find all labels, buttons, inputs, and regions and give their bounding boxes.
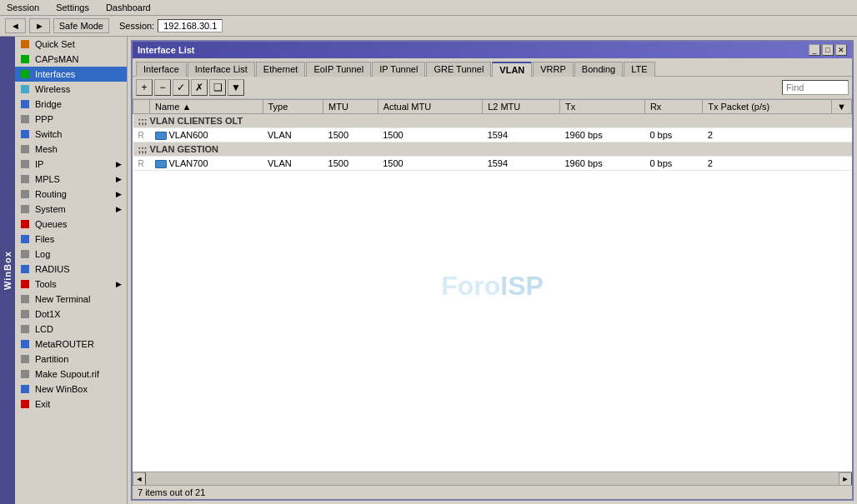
watermark: ForoISP bbox=[441, 270, 544, 301]
routing-icon bbox=[20, 188, 32, 200]
sidebar-item-mpls[interactable]: MPLS ▶ bbox=[15, 172, 127, 187]
col-rx[interactable]: Rx bbox=[644, 100, 702, 114]
sidebar-item-label: System bbox=[35, 204, 66, 214]
sidebar-item-exit[interactable]: Exit bbox=[15, 397, 127, 412]
sidebar-item-ip[interactable]: IP ▶ bbox=[15, 157, 127, 172]
remove-button[interactable]: − bbox=[154, 79, 171, 96]
tab-lte[interactable]: LTE bbox=[624, 62, 654, 77]
tab-eoip-tunnel[interactable]: EoIP Tunnel bbox=[306, 62, 371, 77]
col-extra[interactable]: ▼ bbox=[832, 100, 852, 114]
sidebar-item-switch[interactable]: Switch bbox=[15, 127, 127, 142]
sidebar-item-mesh[interactable]: Mesh bbox=[15, 142, 127, 157]
tab-vrrp[interactable]: VRRP bbox=[533, 62, 574, 77]
vlan-icon bbox=[155, 160, 167, 168]
status-text: 7 items out of 21 bbox=[138, 487, 205, 497]
table-row[interactable]: R VLAN700 VLAN 1500 1500 1594 1960 bps 0… bbox=[133, 157, 852, 171]
sidebar-item-radius[interactable]: RADIUS bbox=[15, 262, 127, 277]
enable-button[interactable]: ✓ bbox=[173, 79, 189, 96]
restore-button[interactable]: □ bbox=[822, 44, 834, 56]
find-input[interactable] bbox=[782, 80, 849, 95]
row-type: VLAN bbox=[263, 157, 323, 171]
sidebar-item-system[interactable]: System ▶ bbox=[15, 202, 127, 217]
col-flag[interactable] bbox=[133, 100, 150, 114]
sidebar-item-label: Wireless bbox=[35, 84, 70, 94]
sidebar-item-label: MetaROUTER bbox=[35, 339, 94, 349]
window-controls: _ □ ✕ bbox=[809, 44, 847, 56]
menu-settings[interactable]: Settings bbox=[53, 2, 93, 13]
row-actual-mtu: 1500 bbox=[378, 128, 482, 142]
tab-interface[interactable]: Interface bbox=[136, 62, 187, 77]
make-supout-icon bbox=[20, 368, 32, 380]
winbox-label: WinBox bbox=[0, 37, 15, 504]
sidebar-item-make-supout[interactable]: Make Supout.rif bbox=[15, 367, 127, 382]
back-button[interactable]: ◄ bbox=[5, 18, 26, 33]
tools-icon bbox=[20, 278, 32, 290]
sidebar-item-metarouter[interactable]: MetaROUTER bbox=[15, 337, 127, 352]
sidebar-item-label: Interfaces bbox=[35, 69, 75, 79]
forward-button[interactable]: ► bbox=[29, 18, 50, 33]
sidebar-item-wireless[interactable]: Wireless bbox=[15, 82, 127, 97]
sidebar-item-interfaces[interactable]: Interfaces bbox=[15, 67, 127, 82]
scroll-track[interactable] bbox=[146, 473, 839, 485]
add-button[interactable]: + bbox=[136, 79, 153, 96]
sidebar-item-new-terminal[interactable]: New Terminal bbox=[15, 292, 127, 307]
row-rx: 0 bps bbox=[644, 157, 702, 171]
tab-gre-tunnel[interactable]: GRE Tunnel bbox=[426, 62, 491, 77]
col-l2-mtu[interactable]: L2 MTU bbox=[483, 100, 560, 114]
row-mtu: 1500 bbox=[323, 157, 378, 171]
col-actual-mtu[interactable]: Actual MTU bbox=[378, 100, 482, 114]
section-header-text: ;;; VLAN CLIENTES OLT bbox=[133, 114, 852, 128]
col-tx-packet[interactable]: Tx Packet (p/s) bbox=[703, 100, 832, 114]
scroll-right-button[interactable]: ► bbox=[839, 472, 852, 486]
sidebar-item-log[interactable]: Log bbox=[15, 247, 127, 262]
row-tx: 1960 bps bbox=[559, 128, 644, 142]
tab-vlan[interactable]: VLAN bbox=[492, 62, 532, 77]
sidebar-item-dot1x[interactable]: Dot1X bbox=[15, 307, 127, 322]
sidebar-item-files[interactable]: Files bbox=[15, 232, 127, 247]
section-header-text: ;;; VLAN GESTION bbox=[133, 142, 852, 157]
sidebar-item-tools[interactable]: Tools ▶ bbox=[15, 277, 127, 292]
copy-button[interactable]: ❑ bbox=[209, 79, 226, 96]
sidebar-item-bridge[interactable]: Bridge bbox=[15, 97, 127, 112]
main-layout: WinBox Quick Set CAPsMAN Interfaces Wire… bbox=[0, 37, 857, 504]
col-type[interactable]: Type bbox=[263, 100, 323, 114]
sidebar-item-partition[interactable]: Partition bbox=[15, 352, 127, 367]
safemode-button[interactable]: Safe Mode bbox=[53, 18, 109, 33]
table-row[interactable]: R VLAN600 VLAN 1500 1500 1594 1960 bps 0… bbox=[133, 128, 852, 142]
filter-button[interactable]: ▼ bbox=[228, 79, 244, 96]
sidebar-item-label: Bridge bbox=[35, 99, 62, 109]
menu-session[interactable]: Session bbox=[3, 2, 43, 13]
house-icon bbox=[20, 38, 32, 50]
sidebar-item-label: RADIUS bbox=[35, 264, 70, 274]
content-area: Interface List _ □ ✕ Interface Interface… bbox=[128, 37, 857, 504]
section-header-clientes: ;;; VLAN CLIENTES OLT bbox=[133, 114, 852, 128]
menu-dashboard[interactable]: Dashboard bbox=[103, 2, 154, 13]
sidebar-item-label: Exit bbox=[35, 399, 50, 409]
vlan-table: Name ▲ Type MTU Actual MTU L2 MTU Tx Rx … bbox=[133, 99, 852, 171]
col-mtu[interactable]: MTU bbox=[323, 100, 378, 114]
sidebar-item-routing[interactable]: Routing ▶ bbox=[15, 187, 127, 202]
sidebar-item-queues[interactable]: Queues bbox=[15, 217, 127, 232]
tab-ip-tunnel[interactable]: IP Tunnel bbox=[372, 62, 425, 77]
horizontal-scrollbar: ◄ ► bbox=[133, 472, 852, 485]
col-tx[interactable]: Tx bbox=[559, 100, 644, 114]
sidebar-item-capsman[interactable]: CAPsMAN bbox=[15, 52, 127, 67]
tab-interface-list[interactable]: Interface List bbox=[188, 62, 255, 77]
minimize-button[interactable]: _ bbox=[809, 44, 820, 56]
col-name[interactable]: Name ▲ bbox=[150, 100, 263, 114]
sidebar-item-new-winbox[interactable]: New WinBox bbox=[15, 382, 127, 397]
disable-button[interactable]: ✗ bbox=[191, 79, 208, 96]
radius-icon bbox=[20, 263, 32, 275]
row-mtu: 1500 bbox=[323, 128, 378, 142]
session-label: Session: bbox=[119, 21, 154, 31]
sidebar-item-lcd[interactable]: LCD bbox=[15, 322, 127, 337]
scroll-left-button[interactable]: ◄ bbox=[133, 472, 146, 486]
close-button[interactable]: ✕ bbox=[835, 44, 847, 56]
tab-ethernet[interactable]: Ethernet bbox=[256, 62, 306, 77]
sidebar-item-label: Files bbox=[35, 234, 54, 244]
sidebar-item-label: LCD bbox=[35, 324, 53, 334]
sidebar-item-ppp[interactable]: PPP bbox=[15, 112, 127, 127]
tab-bonding[interactable]: Bonding bbox=[574, 62, 623, 77]
sidebar-item-quick-set[interactable]: Quick Set bbox=[15, 37, 127, 52]
sidebar-item-label: Log bbox=[35, 249, 50, 259]
